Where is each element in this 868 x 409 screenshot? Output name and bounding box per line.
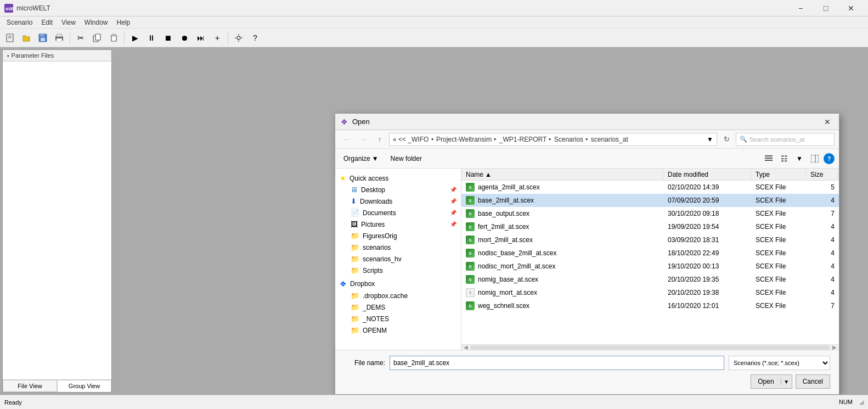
toolbar-stop-btn[interactable]: ⏹ [160,31,176,45]
dialog-close-button[interactable]: ✕ [821,116,833,128]
nav-scenarios[interactable]: 📁 scenarios [335,242,461,253]
nav-scenarios-hv[interactable]: 📁 scenarios_hv [335,253,461,265]
search-placeholder: Search scenarios_at [749,136,804,143]
file-size-cell: 4 [806,275,839,284]
nav-notes[interactable]: 📁 _NOTES [335,313,461,324]
new-folder-button[interactable]: New folder [386,152,427,165]
scenarios-hv-icon: 📁 [351,255,359,263]
filename-input[interactable] [390,356,724,370]
nav-pictures[interactable]: 🖼 Pictures 📌 [335,218,461,230]
help-button[interactable]: ? [824,153,835,164]
menu-help[interactable]: Help [112,18,135,27]
col-header-type[interactable]: Type [751,170,806,180]
figuresorig-icon: 📁 [351,232,359,240]
file-date-cell: 16/10/2020 12:01 [663,301,751,310]
file-row[interactable]: S fert_2mill_at.scex 19/09/2020 19:54 SC… [461,220,839,233]
toolbar-open-btn[interactable] [19,31,34,45]
view-list-button[interactable]: ☷ [777,152,791,165]
search-box[interactable]: 🔍 Search scenarios_at [736,133,835,146]
file-name-cell: S base_output.scex [461,209,663,218]
menu-edit[interactable]: Edit [37,18,57,27]
nav-scripts[interactable]: 📁 Scripts [335,265,461,276]
file-type-cell: SCEX File [751,222,806,231]
file-row[interactable]: f nomig_mort_at.scex 20/10/2020 19:38 SC… [461,286,839,299]
quick-access-label: Quick access [350,175,388,182]
nav-desktop[interactable]: 🖥 Desktop 📌 [335,184,461,195]
nav-dropbox-cache[interactable]: 📁 .dropbox.cache [335,290,461,301]
nav-openm[interactable]: 📁 OPENM [335,324,461,336]
maximize-button[interactable]: □ [813,0,838,16]
menu-scenario[interactable]: Scenario [2,18,37,27]
toolbar-record-btn[interactable]: ⏺ [177,31,192,45]
notes-icon: 📁 [351,315,359,323]
toolbar-copy-btn[interactable] [89,31,105,45]
col-header-date[interactable]: Date modified [663,170,751,180]
file-size-cell: 4 [806,196,839,205]
toolbar-add-btn[interactable]: + [210,31,225,45]
toolbar-config-btn[interactable] [231,31,246,45]
openm-label: OPENM [363,327,387,334]
tab-file-view[interactable]: File View [3,380,57,392]
file-row[interactable]: S mort_2mill_at.scex 03/09/2020 18:31 SC… [461,233,839,246]
preview-pane-button[interactable] [808,152,821,165]
organize-button[interactable]: Organize ▼ [340,152,382,165]
breadcrumb-bar[interactable]: « << _WIFO ‣ Project-Weltransim ‣ _WP1-R… [389,133,717,146]
filetype-select[interactable]: Scenarios (*.sce; *.scex) [729,356,830,370]
nav-section-dropbox[interactable]: ❖ Dropbox [335,276,461,290]
file-row[interactable]: S base_output.scex 30/10/2020 09:18 SCEX… [461,207,839,220]
toolbar-save-btn[interactable] [35,31,50,45]
desktop-label: Desktop [361,186,385,194]
status-text: Ready [4,399,22,406]
toolbar-sep-1 [70,32,70,44]
menu-view[interactable]: View [57,18,80,27]
col-header-size[interactable]: Size [806,170,839,180]
nav-downloads[interactable]: ⬇ Downloads 📌 [335,195,461,207]
open-dropdown-icon[interactable]: ▼ [781,379,792,385]
view-details-button[interactable] [762,152,775,165]
col-size-label: Size [810,171,823,178]
file-size-cell: 4 [806,222,839,231]
status-bar: Ready NUM ◢ [0,395,868,409]
dropbox-cache-icon: 📁 [351,292,359,300]
open-button-group[interactable]: Open ▼ [751,374,792,389]
toolbar-paste-btn[interactable] [106,31,121,45]
toolbar-print-btn[interactable] [52,31,67,45]
file-row[interactable]: S nomig_base_at.scex 20/10/2020 19:35 SC… [461,273,839,286]
minimize-button[interactable]: − [788,0,813,16]
file-type-cell: SCEX File [751,301,806,310]
nav-section-quick-access[interactable]: ★ Quick access [335,171,461,184]
nav-documents[interactable]: 📄 Documents 📌 [335,207,461,218]
file-row[interactable]: S base_2mill_at.scex 07/09/2020 20:59 SC… [461,194,839,207]
col-name-label: Name [466,171,483,178]
col-header-name[interactable]: Name ▲ [461,170,663,180]
toolbar-play-btn[interactable]: ▶ [127,31,143,45]
toolbar-step-btn[interactable]: ⏭ [193,31,208,45]
toolbar-cut-btn[interactable]: ✂ [73,31,88,45]
file-size-cell: 7 [806,209,839,218]
tab-group-view[interactable]: Group View [57,380,111,392]
file-row[interactable]: S nodisc_base_2mill_at.scex 18/10/2020 2… [461,246,839,260]
nav-dems[interactable]: 📁 _DEMS [335,301,461,313]
horizontal-scrollbar[interactable] [470,345,830,350]
cancel-button[interactable]: Cancel [796,374,830,389]
nav-forward-button[interactable]: → [356,133,370,146]
nav-up-button[interactable]: ↑ [373,133,387,146]
toolbar-help-btn[interactable]: ? [247,31,263,45]
downloads-icon: ⬇ [351,197,357,205]
file-name: fert_2mill_at.scex [478,223,529,231]
file-row[interactable]: S nodisc_mort_2mill_at.scex 19/10/2020 0… [461,260,839,273]
file-row[interactable]: S agenta_2mill_at.scex 02/10/2020 14:39 … [461,181,839,194]
toolbar-new-btn[interactable] [2,31,18,45]
nav-figuresorig[interactable]: 📁 FiguresOrig [335,230,461,242]
menu-window[interactable]: Window [80,18,112,27]
app-title: microWELT [16,4,788,12]
desktop-icon: 🖥 [351,186,358,194]
nav-back-button[interactable]: ← [340,133,354,146]
refresh-button[interactable]: ↻ [719,133,734,146]
file-row[interactable]: S weg_schnell.scex 16/10/2020 12:01 SCEX… [461,299,839,312]
close-button[interactable]: ✕ [838,0,864,16]
scex-file-icon: S [466,183,475,192]
toolbar-pause-btn[interactable]: ⏸ [144,31,159,45]
documents-label: Documents [363,209,396,217]
view-dropdown-button[interactable]: ▼ [793,152,806,165]
